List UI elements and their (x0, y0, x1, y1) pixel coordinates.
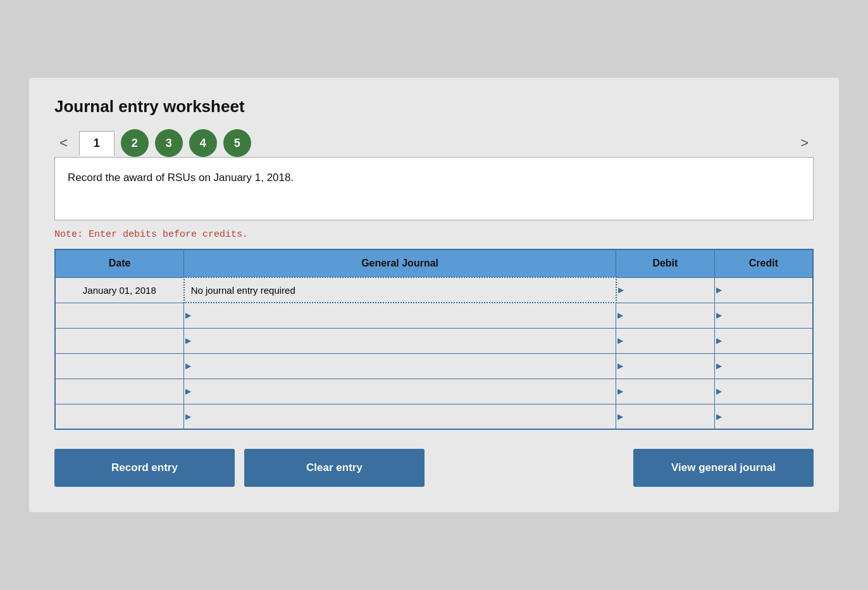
debit-input-4[interactable] (616, 379, 714, 404)
credit-cell-5[interactable]: ▶ (714, 404, 813, 429)
debit-arrow-2: ▶ (617, 336, 623, 345)
credit-arrow-3: ▶ (716, 361, 722, 370)
journal-arrow-1: ▶ (185, 311, 191, 320)
credit-input-4[interactable] (715, 379, 812, 404)
date-cell-2 (55, 328, 184, 353)
tabs-navigation: < 1 2 3 4 5 > (54, 129, 814, 157)
tab-4[interactable]: 4 (189, 129, 217, 157)
credit-input-3[interactable] (715, 354, 812, 379)
header-date: Date (55, 249, 184, 277)
date-cell-1 (55, 303, 184, 328)
journal-input-3[interactable] (184, 354, 616, 379)
credit-input-2[interactable] (715, 329, 812, 353)
journal-cell-2[interactable]: ▶ (184, 328, 616, 353)
credit-arrow-1: ▶ (716, 311, 722, 320)
journal-cell-4[interactable]: ▶ (184, 379, 616, 404)
credit-cell-3[interactable]: ▶ (714, 353, 813, 379)
credit-arrow-4: ▶ (716, 387, 722, 396)
debit-input-3[interactable] (616, 354, 714, 379)
journal-arrow-5: ▶ (185, 412, 191, 421)
header-credit: Credit (714, 249, 813, 277)
header-debit: Debit (616, 249, 715, 277)
debit-arrow-0: ▶ (618, 286, 624, 294)
debit-cell-2[interactable]: ▶ (616, 328, 715, 353)
date-cell-0: January 01, 2018 (55, 277, 184, 303)
tab-3[interactable]: 3 (155, 129, 183, 157)
journal-input-5[interactable] (184, 405, 616, 429)
worksheet-container: Journal entry worksheet < 1 2 3 4 5 > Re… (29, 78, 839, 512)
debit-input-0[interactable] (617, 278, 714, 303)
record-entry-button[interactable]: Record entry (54, 449, 235, 487)
journal-cell-0[interactable]: No journal entry required (184, 277, 616, 303)
credit-cell-1[interactable]: ▶ (714, 303, 813, 328)
credit-cell-0[interactable]: ▶ (714, 277, 813, 303)
tab-5[interactable]: 5 (223, 129, 251, 157)
table-row: ▶▶▶ (55, 328, 813, 353)
date-cell-3 (55, 353, 184, 379)
header-journal: General Journal (184, 249, 616, 277)
credit-cell-4[interactable]: ▶ (714, 379, 813, 404)
table-row: ▶▶▶ (55, 303, 813, 328)
table-row: ▶▶▶ (55, 353, 813, 379)
credit-arrow-0: ▶ (716, 286, 722, 294)
debit-cell-3[interactable]: ▶ (616, 353, 715, 379)
journal-input-4[interactable] (184, 379, 616, 404)
debit-arrow-5: ▶ (617, 412, 623, 421)
journal-cell-3[interactable]: ▶ (184, 353, 616, 379)
page-title: Journal entry worksheet (54, 97, 814, 116)
debit-arrow-3: ▶ (617, 361, 623, 370)
debit-cell-4[interactable]: ▶ (616, 379, 715, 404)
debit-arrow-1: ▶ (617, 311, 623, 320)
date-cell-4 (55, 379, 184, 404)
debit-cell-0[interactable]: ▶ (616, 277, 715, 303)
journal-table: Date General Journal Debit Credit Januar… (54, 249, 814, 430)
credit-input-0[interactable] (715, 278, 812, 303)
debit-cell-1[interactable]: ▶ (616, 303, 715, 328)
credit-cell-2[interactable]: ▶ (714, 328, 813, 353)
journal-cell-5[interactable]: ▶ (184, 404, 616, 429)
next-arrow[interactable]: > (795, 132, 814, 154)
date-cell-5 (55, 404, 184, 429)
journal-arrow-4: ▶ (185, 387, 191, 396)
credit-input-1[interactable] (715, 303, 812, 328)
debit-input-1[interactable] (616, 303, 714, 328)
debit-input-2[interactable] (616, 329, 714, 353)
tab-2[interactable]: 2 (121, 129, 149, 157)
prev-arrow[interactable]: < (54, 132, 73, 154)
tab-1[interactable]: 1 (79, 131, 115, 156)
journal-arrow-3: ▶ (185, 361, 191, 370)
journal-cell-1[interactable]: ▶ (184, 303, 616, 328)
table-row: ▶▶▶ (55, 379, 813, 404)
view-general-journal-button[interactable]: View general journal (633, 449, 814, 487)
table-row: ▶▶▶ (55, 404, 813, 429)
debit-arrow-4: ▶ (617, 387, 623, 396)
buttons-row: Record entry Clear entry View general jo… (54, 449, 814, 487)
note-text: Note: Enter debits before credits. (54, 229, 814, 240)
journal-input-1[interactable] (184, 303, 616, 328)
credit-arrow-5: ▶ (716, 412, 722, 421)
description-text: Record the award of RSUs on January 1, 2… (68, 172, 294, 184)
credit-input-5[interactable] (715, 405, 812, 429)
debit-cell-5[interactable]: ▶ (616, 404, 715, 429)
description-box: Record the award of RSUs on January 1, 2… (54, 157, 814, 220)
journal-arrow-2: ▶ (185, 336, 191, 345)
credit-arrow-2: ▶ (716, 336, 722, 345)
clear-entry-button[interactable]: Clear entry (244, 449, 425, 487)
journal-input-2[interactable] (184, 329, 616, 353)
table-row: January 01, 2018No journal entry require… (55, 277, 813, 303)
debit-input-5[interactable] (616, 405, 714, 429)
